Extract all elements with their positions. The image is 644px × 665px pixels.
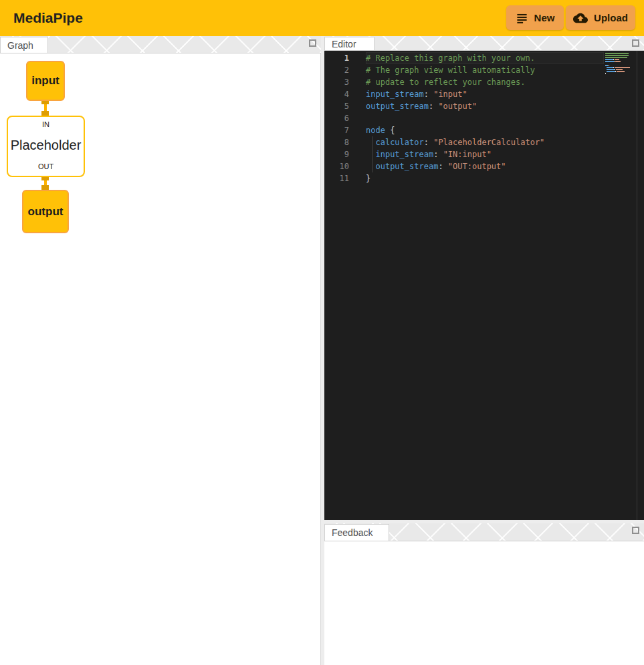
placeholder-out-port: OUT [38,162,53,170]
tab-graph-label: Graph [7,40,33,51]
graph-node-input[interactable]: input [26,61,65,101]
editor-tabbar: Editor [324,36,644,51]
node-output-label: output [28,205,64,219]
upload-button-label: Upload [594,12,628,23]
tab-feedback[interactable]: Feedback [324,524,389,541]
placeholder-in-port: IN [42,120,49,128]
feedback-panel: Feedback [324,523,644,665]
graph-node-placeholder[interactable]: IN Placeholder OUT [7,116,85,177]
maximize-icon[interactable] [309,39,316,47]
graph-tabbar: Graph [0,36,321,53]
feedback-content [324,541,644,665]
code-area[interactable]: # Replace this graph with your own.# The… [366,52,644,184]
app-title: MediaPipe [13,0,83,36]
graph-canvas[interactable]: input IN Placeholder OUT output [0,53,321,665]
feedback-tabbar: Feedback [324,523,644,541]
new-button-label: New [534,12,555,23]
graph-node-output[interactable]: output [22,190,69,233]
new-graph-icon [516,11,528,24]
line-number-gutter: 1234567891011 [324,52,349,184]
tab-graph[interactable]: Graph [0,37,48,53]
upload-button[interactable]: Upload [566,5,635,30]
tab-feedback-label: Feedback [332,527,372,538]
tab-editor-label: Editor [332,39,356,49]
node-input-label: input [31,74,60,88]
editor-minimap[interactable] [605,53,633,75]
graph-panel: Graph input IN Placeholder OUT output [0,36,321,665]
tab-editor[interactable]: Editor [324,37,374,50]
maximize-icon[interactable] [632,527,639,534]
editor-panel: Editor 1234567891011 # Replace this grap… [324,36,644,520]
overview-ruler [637,51,637,520]
new-button[interactable]: New [506,5,564,30]
node-placeholder-label: Placeholder [11,138,82,153]
code-editor[interactable]: 1234567891011 # Replace this graph with … [324,51,644,520]
maximize-icon[interactable] [632,39,639,47]
cloud-upload-icon [573,11,588,25]
app-header: MediaPipe New Upload [0,0,644,36]
